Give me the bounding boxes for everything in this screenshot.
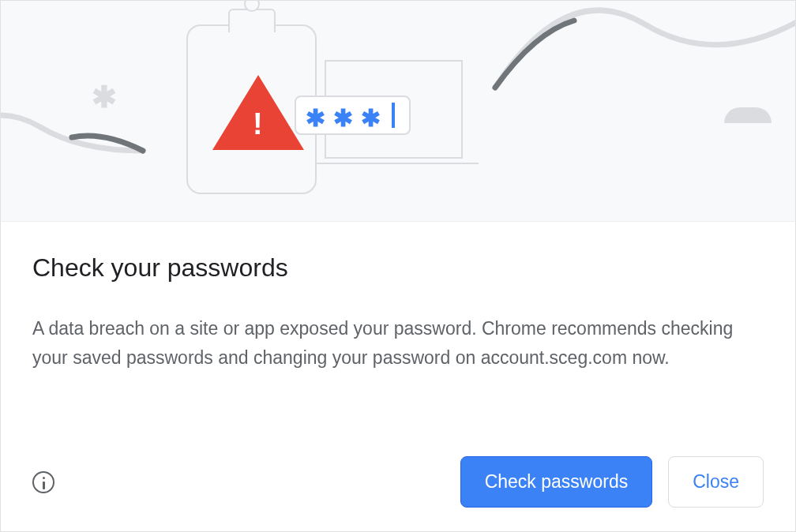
password-field-illustration: ✱ ✱ ✱ <box>295 96 411 135</box>
button-group: Check passwords Close <box>460 456 764 508</box>
clipboard-clip <box>228 9 276 32</box>
decorative-hill <box>724 107 772 123</box>
exclamation-icon: ! <box>253 107 263 141</box>
info-icon[interactable] <box>32 471 54 493</box>
password-breach-dialog: ✱ ✱ ✱ ✱ ! Check your passwords A data br… <box>0 0 796 532</box>
dialog-description: A data breach on a site or app exposed y… <box>32 314 764 373</box>
asterisk-icon: ✱ <box>306 107 325 130</box>
asterisk-icon: ✱ <box>333 107 353 130</box>
asterisk-icon: ✱ <box>361 107 381 130</box>
check-passwords-button[interactable]: Check passwords <box>460 456 653 508</box>
decorative-wave-right <box>487 1 795 119</box>
cursor-icon <box>392 103 395 128</box>
dialog-footer: Check passwords Close <box>32 440 764 508</box>
dialog-title: Check your passwords <box>32 253 764 283</box>
decorative-wave-left <box>1 103 182 198</box>
decorative-asterisk-icon: ✱ <box>92 80 117 114</box>
close-button[interactable]: Close <box>668 456 764 508</box>
dialog-content: Check your passwords A data breach on a … <box>1 222 795 531</box>
monitor-base <box>309 163 479 164</box>
illustration-area: ✱ ✱ ✱ ✱ ! <box>1 1 795 222</box>
